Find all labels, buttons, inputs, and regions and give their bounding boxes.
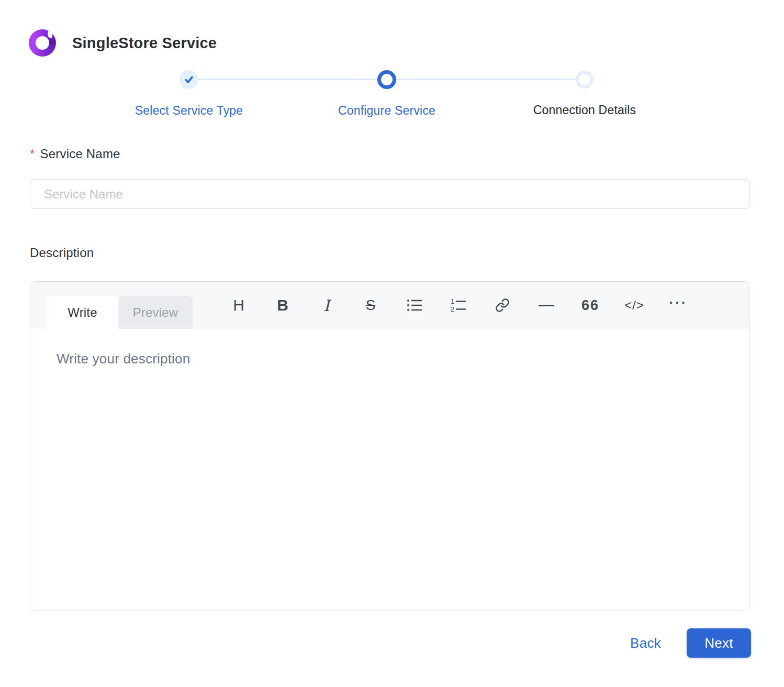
singlestore-service-wizard: SingleStore Service Select Service Type … — [0, 0, 784, 687]
code-button[interactable]: </> — [620, 291, 649, 320]
required-asterisk: * — [30, 147, 35, 161]
description-textarea[interactable] — [30, 329, 749, 611]
step-label: Select Service Type — [89, 104, 288, 118]
description-editor: Write Preview H B I S — [30, 281, 750, 611]
link-icon — [495, 298, 510, 313]
more-button[interactable]: ··· — [664, 291, 693, 320]
description-label: Description — [30, 246, 750, 260]
unordered-list-button[interactable] — [400, 291, 429, 320]
horizontal-rule-button[interactable] — [532, 291, 561, 320]
service-name-label: *Service Name — [30, 147, 750, 161]
editor-tools: H B I S — [224, 282, 693, 329]
italic-icon: I — [323, 296, 330, 315]
quote-button[interactable]: 66 — [576, 291, 605, 320]
step-completed-circle — [180, 70, 198, 89]
step-upcoming-circle — [576, 71, 593, 88]
configure-service-form: *Service Name Description Write Preview … — [30, 147, 750, 611]
code-icon: </> — [624, 298, 644, 313]
step-active-circle — [377, 70, 396, 89]
ordered-list-button[interactable]: 1 2 — [444, 291, 473, 320]
horizontal-rule-icon — [539, 305, 554, 306]
service-name-label-text: Service Name — [40, 147, 120, 161]
bold-icon: B — [277, 296, 288, 314]
tab-preview[interactable]: Preview — [118, 296, 193, 329]
service-name-input[interactable] — [30, 179, 750, 209]
step-connection-details[interactable]: Connection Details — [485, 0, 684, 117]
svg-text:1: 1 — [451, 298, 454, 305]
italic-button[interactable]: I — [312, 291, 341, 320]
tab-write[interactable]: Write — [47, 296, 118, 329]
editor-tabs: Write Preview — [47, 296, 193, 329]
next-button[interactable]: Next — [687, 628, 751, 658]
step-select-service-type[interactable]: Select Service Type — [89, 0, 288, 118]
more-icon: ··· — [669, 295, 688, 316]
unordered-list-icon — [407, 298, 422, 313]
check-icon — [184, 74, 194, 85]
svg-text:2: 2 — [451, 305, 454, 313]
heading-icon: H — [233, 296, 244, 314]
strikethrough-button[interactable]: S — [356, 291, 385, 320]
strikethrough-icon: S — [366, 297, 376, 314]
bold-button[interactable]: B — [268, 291, 297, 320]
wizard-footer: Back Next — [630, 628, 751, 658]
step-label: Connection Details — [485, 103, 684, 117]
quote-icon: 66 — [581, 297, 599, 314]
heading-button[interactable]: H — [224, 291, 253, 320]
link-button[interactable] — [488, 291, 517, 320]
editor-toolbar: Write Preview H B I S — [30, 282, 749, 329]
back-button[interactable]: Back — [630, 635, 661, 651]
step-configure-service[interactable]: Configure Service — [287, 0, 486, 118]
step-label: Configure Service — [287, 104, 486, 118]
singlestore-logo-icon — [29, 29, 56, 57]
ordered-list-icon: 1 2 — [451, 298, 466, 313]
editor-write-area — [30, 329, 749, 611]
wizard-stepper: Select Service Type Configure Service Co… — [0, 0, 784, 126]
